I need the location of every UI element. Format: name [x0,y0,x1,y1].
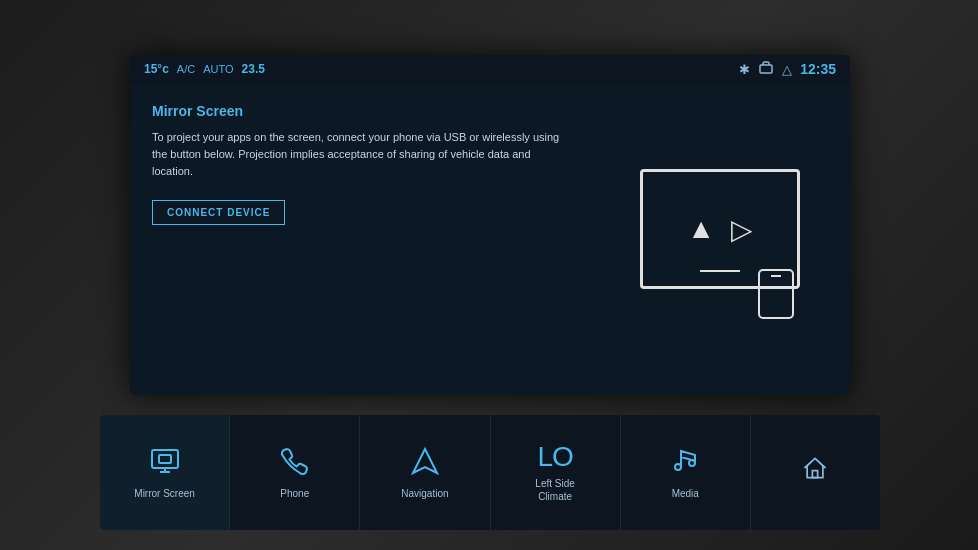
monitor-stand [700,270,740,272]
ac-label: A/C [177,63,195,75]
nav-arrow-icon: ▲ [687,213,715,245]
bottom-nav-bar: Mirror Screen Phone Navigation LO Left S… [100,415,880,530]
status-left: 15°c A/C AUTO 23.5 [144,62,265,76]
nav-item-home[interactable] [751,415,880,530]
nav-item-phone[interactable]: Phone [230,415,360,530]
inside-temp: 23.5 [242,62,265,76]
play-circle-icon: ▷ [731,213,753,246]
clock-display: 12:35 [800,61,836,77]
nav-item-media[interactable]: Media [621,415,751,530]
nav-item-climate[interactable]: LO Left SideClimate [491,415,621,530]
location-icon: △ [782,62,792,77]
left-panel: Mirror Screen To project your apps on th… [130,83,590,395]
bluetooth-icon: ✱ [739,62,750,77]
svg-rect-10 [813,470,818,477]
mirror-illustration: ▲ ▷ [630,159,810,319]
outside-temp: 15°c [144,62,169,76]
media-nav-icon [669,445,701,481]
nav-label-climate: Left SideClimate [535,477,574,503]
nav-label-phone: Phone [280,487,309,500]
svg-marker-5 [413,449,437,473]
svg-rect-1 [152,450,178,468]
car-background: 15°c A/C AUTO 23.5 ✱ △ 12:35 Mirro [0,0,978,550]
svg-rect-0 [760,65,772,73]
phone-signal-icon [758,61,774,78]
main-content: Mirror Screen To project your apps on th… [130,83,850,395]
status-bar: 15°c A/C AUTO 23.5 ✱ △ 12:35 [130,55,850,83]
infotainment-screen: 15°c A/C AUTO 23.5 ✱ △ 12:35 Mirro [130,55,850,395]
climate-lo-icon: LO [537,443,572,471]
nav-item-navigation[interactable]: Navigation [360,415,490,530]
nav-label-navigation: Navigation [401,487,448,500]
svg-rect-2 [159,455,171,463]
nav-item-mirror-screen[interactable]: Mirror Screen [100,415,230,530]
right-panel: ▲ ▷ [590,83,850,395]
mirror-screen-title: Mirror Screen [152,103,568,119]
navigation-nav-icon [409,445,441,481]
home-nav-icon [801,454,829,486]
nav-label-mirror-screen: Mirror Screen [134,487,195,500]
mirror-screen-nav-icon [149,445,181,481]
ac-mode: AUTO [203,63,233,75]
mirror-screen-description: To project your apps on the screen, conn… [152,129,568,180]
connect-device-button[interactable]: CONNECT DEVICE [152,200,285,225]
nav-label-media: Media [672,487,699,500]
phone-nav-icon [279,445,311,481]
phone-device-icon [758,269,794,319]
status-right: ✱ △ 12:35 [739,61,836,78]
